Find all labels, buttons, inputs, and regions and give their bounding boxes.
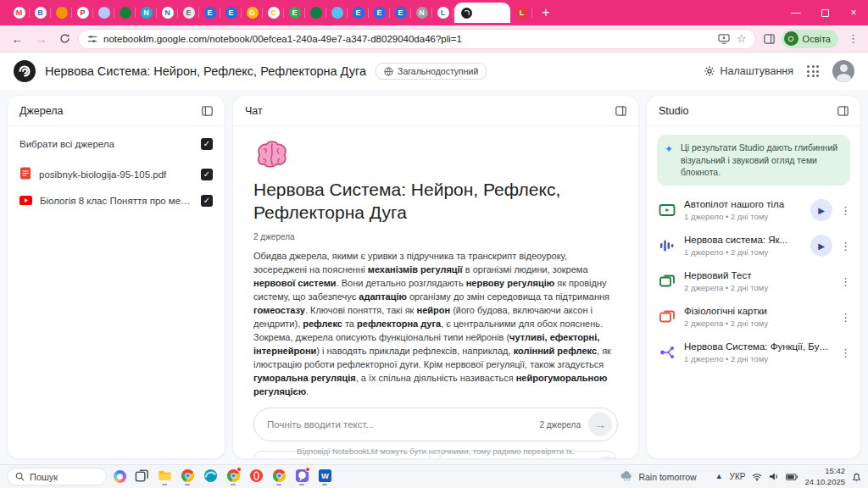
- maximize-button[interactable]: [810, 0, 839, 25]
- install-app-icon[interactable]: [718, 34, 730, 44]
- item-menu-button[interactable]: ⋮: [840, 347, 849, 359]
- studio-item-title: Нервова система: Як...: [684, 235, 803, 245]
- copilot-icon[interactable]: [114, 470, 126, 483]
- account-avatar[interactable]: [832, 60, 854, 82]
- browser-tab[interactable]: B: [30, 0, 51, 25]
- chat-panel-title: Чат: [245, 105, 263, 117]
- item-menu-button[interactable]: ⋮: [840, 311, 849, 324]
- address-bar[interactable]: notebooklm.google.com/notebook/00efcea1-…: [78, 29, 756, 49]
- studio-item-title: Нервовий Тест: [684, 270, 832, 280]
- taskbar-search[interactable]: Пошук: [7, 468, 107, 485]
- taskbar-app-messenger[interactable]: [293, 466, 310, 488]
- browser-tab[interactable]: E: [178, 0, 199, 25]
- sources-panel-title: Джерела: [19, 105, 64, 117]
- browser-tab[interactable]: [114, 0, 136, 25]
- item-menu-button[interactable]: ⋮: [840, 204, 849, 217]
- chat-panel: Чат Нервова Система: Нейрон, Рефлекс, Ре…: [232, 95, 639, 459]
- browser-tab[interactable]: [51, 0, 72, 25]
- expand-panel-icon[interactable]: [615, 106, 626, 116]
- select-all-checkbox[interactable]: ✓: [201, 138, 213, 150]
- browser-tab[interactable]: Е: [220, 0, 242, 25]
- tab-favicon: [120, 7, 131, 19]
- taskbar-app-chrome[interactable]: [179, 466, 196, 488]
- studio-item[interactable]: Нервова Система: Функції, Будов...1 джер…: [657, 335, 850, 370]
- source-item[interactable]: posibnyk-biologija-95-105.pdf✓: [19, 160, 213, 188]
- studio-item[interactable]: Нервовий Тест2 джерела • 2 дні тому⋮: [657, 263, 850, 299]
- wifi-icon[interactable]: [752, 473, 762, 481]
- browser-tab[interactable]: Е: [390, 0, 411, 25]
- collapse-panel-icon[interactable]: [202, 106, 213, 116]
- browser-tab[interactable]: M: [8, 0, 30, 25]
- studio-item-meta: 1 джерело • 2 дні тому: [684, 212, 803, 221]
- taskbar-app-chrome[interactable]: [225, 466, 242, 488]
- taskbar-app-browser-opera[interactable]: [248, 466, 264, 488]
- source-checkbox[interactable]: ✓: [201, 169, 213, 180]
- volume-icon[interactable]: [769, 472, 779, 481]
- visibility-badge[interactable]: Загальнодоступний: [376, 63, 487, 80]
- notebook-title[interactable]: Нервова Система: Нейрон, Рефлекс, Рефлек…: [45, 64, 366, 78]
- minimize-button[interactable]: —: [782, 0, 810, 25]
- item-menu-button[interactable]: ⋮: [840, 275, 849, 288]
- browser-tab[interactable]: Е: [348, 0, 369, 25]
- browser-tab[interactable]: P: [72, 0, 93, 25]
- weather-widget[interactable]: Rain tomorrow: [620, 471, 696, 482]
- browser-profile-chip[interactable]: О Освіта: [782, 30, 838, 48]
- tab-favicon: B: [35, 7, 47, 19]
- collapse-studio-icon[interactable]: [837, 106, 849, 116]
- taskbar-app-word[interactable]: W: [316, 466, 333, 488]
- battery-icon[interactable]: [786, 474, 798, 480]
- browser-tab[interactable]: [326, 0, 348, 25]
- tab-favicon: [56, 7, 68, 19]
- side-panel-icon[interactable]: [764, 34, 775, 44]
- browser-tab[interactable]: [93, 0, 114, 25]
- close-button[interactable]: ×: [839, 0, 868, 25]
- back-button[interactable]: ←: [7, 28, 28, 49]
- browser-tab[interactable]: N: [136, 0, 157, 25]
- browser-tab[interactable]: L: [432, 0, 453, 25]
- source-item[interactable]: Біологія 8 клас Поняття про механізми...…: [19, 188, 213, 214]
- reload-button[interactable]: [54, 28, 75, 49]
- chat-input[interactable]: Почніть вводити текст... 2 джерела →: [253, 408, 618, 441]
- studio-item-title: Автопілот нашого тіла: [684, 199, 803, 209]
- word-icon: W: [318, 469, 332, 483]
- browser-tab-active[interactable]: [454, 3, 510, 23]
- taskbar-clock[interactable]: 15:42 24.10.2025: [804, 466, 845, 487]
- select-all-sources[interactable]: Вибрати всі джерела ✓: [19, 130, 213, 160]
- hidden-icons-chevron[interactable]: ▲: [715, 472, 723, 480]
- studio-item[interactable]: Автопілот нашого тіла1 джерело • 2 дні т…: [657, 192, 850, 228]
- play-button[interactable]: ▶: [810, 199, 832, 221]
- gear-icon: [704, 65, 715, 77]
- browser-tab[interactable]: Е: [369, 0, 390, 25]
- taskbar-app-chrome[interactable]: [270, 466, 287, 488]
- maximize-icon: [821, 9, 829, 17]
- browser-menu-button[interactable]: ⋮: [845, 32, 861, 45]
- taskbar-app-file-explorer[interactable]: [156, 466, 173, 488]
- keyboard-language[interactable]: УКР: [730, 472, 746, 481]
- accuracy-disclaimer: Відповіді NotebookLM можуть бути неточни…: [233, 446, 638, 456]
- source-checkbox[interactable]: ✓: [201, 195, 213, 207]
- taskbar-app-browser-teal[interactable]: [202, 466, 219, 488]
- weather-label: Rain tomorrow: [638, 472, 696, 482]
- notebooklm-logo-icon: [14, 60, 36, 82]
- studio-notice-text: Ці результати Studio дають глибинний віз…: [681, 142, 837, 177]
- notifications-bell-icon[interactable]: [852, 472, 861, 482]
- browser-tab[interactable]: Е: [284, 0, 305, 25]
- browser-tab[interactable]: Е: [199, 0, 220, 25]
- studio-item[interactable]: Фізіологічні картки2 джерела • 2 дні том…: [657, 299, 850, 335]
- browser-tab[interactable]: N: [157, 0, 178, 25]
- send-button[interactable]: →: [588, 413, 612, 436]
- new-tab-button[interactable]: +: [536, 3, 556, 23]
- play-button[interactable]: ▶: [810, 235, 832, 257]
- item-menu-button[interactable]: ⋮: [840, 240, 849, 252]
- studio-item[interactable]: Нервова система: Як...1 джерело • 2 дні …: [657, 228, 850, 263]
- google-apps-grid-icon[interactable]: [807, 65, 819, 77]
- settings-button[interactable]: Налаштування: [704, 65, 793, 77]
- forward-button[interactable]: →: [31, 28, 52, 49]
- bookmark-star-icon[interactable]: ☆: [737, 32, 747, 45]
- browser-tab[interactable]: C: [263, 0, 284, 25]
- browser-tab[interactable]: L: [511, 0, 532, 25]
- browser-tab[interactable]: N: [411, 0, 432, 25]
- browser-tab[interactable]: [305, 0, 326, 25]
- taskbar-app-task-view[interactable]: [133, 466, 150, 488]
- browser-tab[interactable]: G: [242, 0, 263, 25]
